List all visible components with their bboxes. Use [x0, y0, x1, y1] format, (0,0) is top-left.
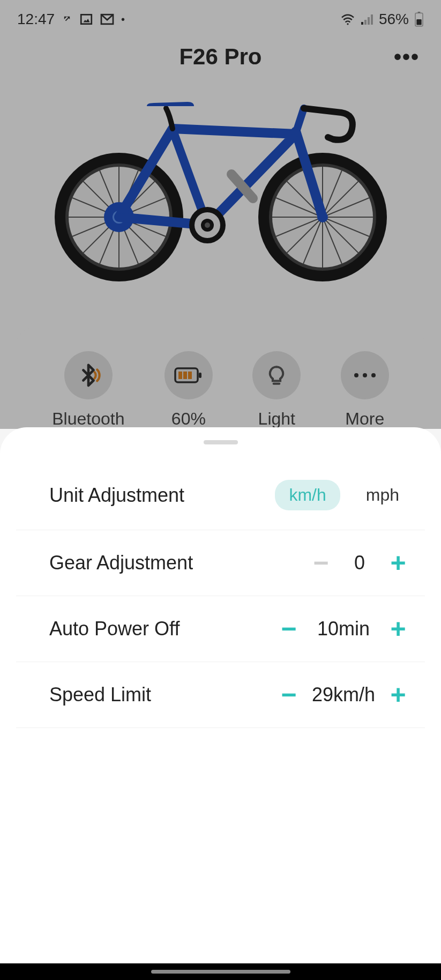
- svg-rect-5: [368, 17, 370, 25]
- battery-label: 60%: [171, 409, 206, 429]
- svg-rect-63: [178, 372, 182, 379]
- auto-power-value: 10min: [311, 618, 376, 640]
- speed-limit-plus-button[interactable]: +: [387, 681, 409, 708]
- unit-mph-option[interactable]: mph: [356, 480, 409, 510]
- sync-icon: [61, 13, 73, 25]
- signal-icon: [361, 13, 373, 25]
- more-label: More: [345, 409, 384, 429]
- header: F26 Pro •••: [0, 39, 441, 80]
- unit-adjustment-row: Unit Adjustment km/h mph: [16, 461, 425, 530]
- speed-limit-minus-button[interactable]: −: [278, 681, 300, 708]
- svg-point-68: [363, 373, 367, 377]
- speed-limit-label: Speed Limit: [49, 684, 151, 706]
- light-button[interactable]: Light: [252, 351, 301, 429]
- more-icon: [341, 351, 389, 399]
- gear-minus-button[interactable]: −: [310, 550, 332, 576]
- svg-point-69: [371, 373, 376, 377]
- sheet-drag-handle[interactable]: [204, 440, 238, 444]
- android-nav-bar: [0, 963, 441, 980]
- speed-limit-value: 29km/h: [311, 684, 376, 706]
- svg-point-2: [347, 23, 348, 25]
- battery-icon: [414, 12, 424, 27]
- svg-rect-0: [81, 14, 92, 24]
- battery-level-icon: [165, 351, 213, 399]
- svg-rect-9: [416, 19, 421, 25]
- status-bar: 12:47 • 56%: [0, 0, 441, 39]
- svg-point-60: [205, 222, 210, 228]
- svg-rect-65: [188, 372, 192, 379]
- svg-point-67: [354, 373, 358, 377]
- unit-adjustment-label: Unit Adjustment: [49, 484, 184, 507]
- svg-line-56: [296, 108, 304, 133]
- svg-rect-4: [364, 20, 367, 25]
- unit-kmh-option[interactable]: km/h: [275, 480, 340, 510]
- svg-rect-64: [183, 372, 187, 379]
- gear-value: 0: [343, 552, 376, 574]
- dot-icon: •: [121, 13, 125, 26]
- more-button[interactable]: More: [341, 351, 389, 429]
- mail-icon: [100, 13, 115, 25]
- light-icon: [252, 351, 301, 399]
- auto-power-off-row: Auto Power Off − 10min +: [16, 596, 425, 662]
- wifi-icon: [340, 13, 355, 25]
- speed-limit-row: Speed Limit − 29km/h +: [16, 662, 425, 728]
- more-options-button[interactable]: •••: [394, 45, 420, 69]
- page-title: F26 Pro: [179, 44, 261, 70]
- svg-rect-62: [199, 373, 201, 378]
- battery-button[interactable]: 60%: [165, 351, 213, 429]
- gear-adjustment-row: Gear Adjustment − 0 +: [16, 530, 425, 596]
- svg-rect-6: [371, 14, 373, 25]
- battery-percent: 56%: [379, 11, 409, 28]
- gear-plus-button[interactable]: +: [387, 550, 409, 576]
- status-time: 12:47: [17, 11, 55, 28]
- light-label: Light: [258, 409, 295, 429]
- settings-bottom-sheet: Unit Adjustment km/h mph Gear Adjustment…: [0, 427, 441, 963]
- auto-power-plus-button[interactable]: +: [387, 615, 409, 642]
- bike-illustration: [0, 80, 441, 327]
- nav-gesture-handle[interactable]: [151, 970, 290, 974]
- bluetooth-button[interactable]: Bluetooth: [52, 351, 124, 429]
- image-icon: [79, 12, 93, 26]
- auto-power-off-label: Auto Power Off: [49, 618, 180, 640]
- bluetooth-icon: [64, 351, 113, 399]
- svg-rect-3: [361, 22, 363, 25]
- bluetooth-label: Bluetooth: [52, 409, 124, 429]
- gear-adjustment-label: Gear Adjustment: [49, 552, 193, 574]
- auto-power-minus-button[interactable]: −: [278, 615, 300, 642]
